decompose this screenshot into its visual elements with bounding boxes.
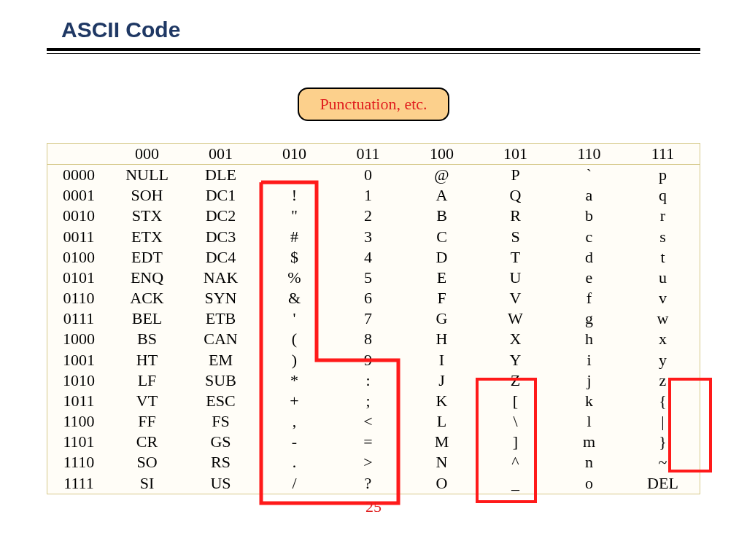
cell: D <box>405 247 479 268</box>
cell: GS <box>184 432 258 452</box>
punctuation-badge: Punctuation, etc. <box>298 88 449 121</box>
table-row: 1011VTESC+;K[k{ <box>47 391 700 411</box>
cell: ` <box>552 165 626 186</box>
row-header: 0001 <box>47 185 110 206</box>
table-header-row: 000 001 010 011 100 101 110 111 <box>47 144 700 165</box>
cell: H <box>405 329 479 349</box>
cell: C <box>405 227 479 247</box>
row-header: 1000 <box>47 329 110 349</box>
cell: c <box>552 227 626 247</box>
row-header: 1010 <box>47 370 110 391</box>
cell: b <box>552 206 626 226</box>
cell: T <box>479 247 552 268</box>
cell: SO <box>110 452 184 472</box>
cell: HT <box>110 350 184 370</box>
cell: LF <box>110 370 184 391</box>
col-header: 111 <box>626 144 700 165</box>
cell: 3 <box>331 227 405 247</box>
cell: f <box>552 288 626 308</box>
cell: , <box>258 411 331 432</box>
cell: 1 <box>331 185 405 206</box>
cell: BEL <box>110 308 184 329</box>
cell: FS <box>184 411 258 432</box>
cell: DC2 <box>184 206 258 226</box>
ascii-table-wrap: 000 001 010 011 100 101 110 111 0000NULL… <box>47 143 700 494</box>
row-header: 0110 <box>47 288 110 308</box>
cell: > <box>331 452 405 472</box>
row-header: 1101 <box>47 432 110 452</box>
cell: _ <box>479 473 552 494</box>
cell: ! <box>258 185 331 206</box>
cell: X <box>479 329 552 349</box>
table-row: 0110ACKSYN&6FVfv <box>47 288 700 308</box>
cell: @ <box>405 165 479 186</box>
cell: RS <box>184 452 258 472</box>
cell: a <box>552 185 626 206</box>
cell: s <box>626 227 700 247</box>
cell: ] <box>479 432 552 452</box>
cell: S <box>479 227 552 247</box>
cell: | <box>626 411 700 432</box>
col-header: 010 <box>258 144 331 165</box>
cell: U <box>479 268 552 288</box>
cell: r <box>626 206 700 226</box>
table-row: 0001SOHDC1!1AQaq <box>47 185 700 206</box>
cell: : <box>331 370 405 391</box>
col-header: 001 <box>184 144 258 165</box>
table-row: 0000NULLDLE 0@P`p <box>47 165 700 186</box>
cell: B <box>405 206 479 226</box>
cell: . <box>258 452 331 472</box>
cell: K <box>405 391 479 411</box>
cell: DC1 <box>184 185 258 206</box>
table-row: 0010STXDC2"2BRbr <box>47 206 700 226</box>
col-header: 101 <box>479 144 552 165</box>
cell: k <box>552 391 626 411</box>
cell <box>258 165 331 186</box>
table-row: 0011ETXDC3#3CScs <box>47 227 700 247</box>
cell: V <box>479 288 552 308</box>
table-row: 1000BSCAN(8HXhx <box>47 329 700 349</box>
cell: F <box>405 288 479 308</box>
cell: M <box>405 432 479 452</box>
table-row: 0100EDTDC4$4DTdt <box>47 247 700 268</box>
row-header: 0010 <box>47 206 110 226</box>
row-header: 0000 <box>47 165 110 186</box>
cell: < <box>331 411 405 432</box>
page-number: 25 <box>0 497 747 516</box>
cell: SI <box>110 473 184 494</box>
cell: Y <box>479 350 552 370</box>
cell: VT <box>110 391 184 411</box>
cell: m <box>552 432 626 452</box>
cell: l <box>552 411 626 432</box>
cell: SOH <box>110 185 184 206</box>
cell: 5 <box>331 268 405 288</box>
cell: DC4 <box>184 247 258 268</box>
row-header: 1110 <box>47 452 110 472</box>
corner-cell <box>47 144 110 165</box>
page-title: ASCII Code <box>61 18 180 42</box>
cell: % <box>258 268 331 288</box>
cell: W <box>479 308 552 329</box>
cell: E <box>405 268 479 288</box>
cell: DEL <box>626 473 700 494</box>
cell: & <box>258 288 331 308</box>
cell: * <box>258 370 331 391</box>
cell: ( <box>258 329 331 349</box>
cell: FF <box>110 411 184 432</box>
cell: d <box>552 247 626 268</box>
table-row: 1111SIUS/?O_oDEL <box>47 473 700 494</box>
badge-wrap: Punctuation, etc. <box>0 88 747 121</box>
cell: DLE <box>184 165 258 186</box>
cell: y <box>626 350 700 370</box>
cell: [ <box>479 391 552 411</box>
table-row: 0101ENQNAK%5EUeu <box>47 268 700 288</box>
col-header: 100 <box>405 144 479 165</box>
cell: w <box>626 308 700 329</box>
cell: 6 <box>331 288 405 308</box>
cell: t <box>626 247 700 268</box>
cell: i <box>552 350 626 370</box>
cell: A <box>405 185 479 206</box>
cell: L <box>405 411 479 432</box>
cell: US <box>184 473 258 494</box>
col-header: 011 <box>331 144 405 165</box>
